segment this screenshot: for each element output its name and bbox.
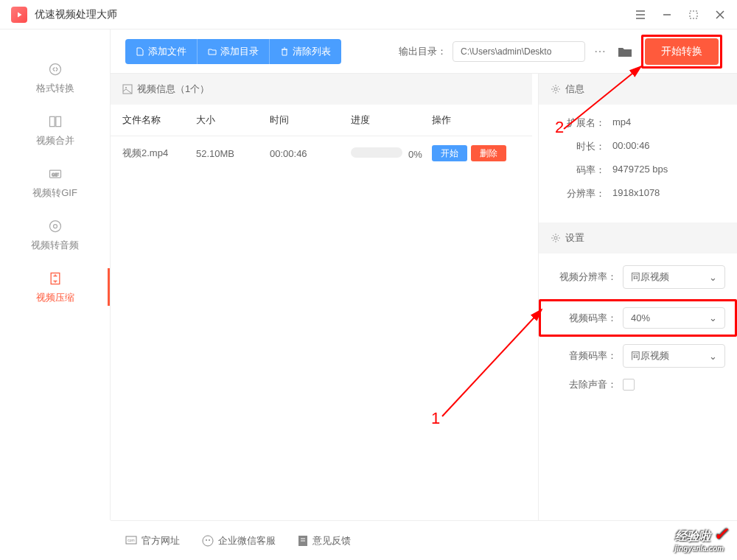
remove-audio-label: 去除声音： (551, 378, 617, 391)
settings-header: 设置 (539, 223, 737, 253)
sidebar-label: 视频转GIF (32, 186, 77, 200)
svg-point-6 (49, 221, 60, 232)
sidebar-label: 视频合并 (36, 134, 74, 147)
compress-icon (46, 270, 64, 287)
output-label: 输出目录： (399, 45, 447, 58)
menu-icon[interactable] (635, 9, 646, 21)
cell-time: 00:00:46 (270, 148, 351, 159)
add-dir-button[interactable]: 添加目录 (197, 39, 269, 64)
sidebar-item-gif[interactable]: GIF 视频转GIF (0, 156, 110, 209)
svg-point-16 (206, 539, 207, 541)
sidebar-item-format[interactable]: 格式转换 (0, 52, 110, 104)
trash-icon (280, 47, 289, 56)
duration-value: 00:00:46 (612, 140, 650, 153)
maximize-icon[interactable] (688, 9, 699, 21)
video-bitrate-select[interactable]: 40%⌄ (623, 307, 725, 329)
table-header: 文件名称 大小 时间 进度 操作 (111, 105, 532, 136)
gear-icon (551, 233, 561, 243)
col-action: 操作 (432, 113, 520, 127)
gif-icon: GIF (46, 165, 64, 183)
official-site-link[interactable]: com 官方网址 (125, 534, 180, 547)
svg-rect-2 (49, 116, 55, 126)
vbitrate-label: 视频码率： (551, 312, 617, 325)
table-area: 视频信息（1个） 文件名称 大小 时间 进度 操作 视频2.mp4 52.10M… (111, 74, 532, 520)
right-panel: 信息 扩展名：mp4 时长：00:00:46 码率：9479725 bps 分辨… (538, 74, 737, 520)
row-start-button[interactable]: 开始 (432, 145, 467, 161)
close-icon[interactable] (714, 9, 726, 21)
sidebar: 格式转换 视频合并 GIF 视频转GIF 视频转音频 视频压缩 (0, 29, 111, 520)
sidebar-item-merge[interactable]: 视频合并 (0, 104, 110, 156)
col-progress: 进度 (351, 113, 432, 127)
chevron-down-icon: ⌄ (709, 312, 717, 323)
col-name: 文件名称 (122, 113, 196, 127)
svg-point-12 (554, 237, 557, 239)
app-logo-icon (11, 7, 27, 23)
svg-rect-0 (690, 11, 697, 18)
check-icon: ✓ (713, 524, 728, 544)
image-icon (122, 84, 133, 94)
svg-point-7 (53, 225, 57, 228)
bitrate-label: 码率： (553, 164, 605, 177)
col-size: 大小 (196, 113, 270, 127)
gear-icon (551, 84, 561, 94)
cell-action: 开始删除 (432, 147, 520, 160)
titlebar: 优速视频处理大师 (0, 0, 737, 29)
table-row: 视频2.mp4 52.10MB 00:00:46 0% 开始删除 (111, 136, 532, 170)
sidebar-label: 视频压缩 (36, 291, 74, 304)
row-delete-button[interactable]: 删除 (471, 145, 506, 161)
svg-point-11 (554, 88, 557, 91)
svg-point-10 (125, 87, 127, 88)
feedback-icon (298, 535, 308, 547)
highlight-start-convert: 开始转换 (641, 35, 722, 69)
merge-icon (46, 113, 64, 130)
abitrate-label: 音频码率： (551, 349, 617, 363)
toolbar: 添加文件 添加目录 清除列表 输出目录： ⋯ 开始转 (111, 29, 737, 74)
svg-rect-3 (55, 116, 60, 126)
folder-open-icon (618, 46, 632, 57)
wechat-support-link[interactable]: 企业微信客服 (202, 534, 276, 547)
watermark: 经验啦 ✓ jingyanla.com (675, 524, 728, 553)
res-label: 视频分辨率： (551, 270, 617, 284)
highlight-bitrate: 视频码率： 40%⌄ (539, 299, 737, 337)
svg-text:com: com (128, 538, 134, 542)
file-icon (136, 47, 144, 56)
app-title: 优速视频处理大师 (35, 8, 117, 21)
svg-point-17 (209, 539, 210, 541)
info-header: 信息 (539, 74, 737, 105)
resolution-select[interactable]: 同原视频⌄ (623, 265, 725, 289)
remove-audio-checkbox[interactable] (623, 379, 635, 391)
sidebar-item-audio[interactable]: 视频转音频 (0, 209, 110, 261)
more-dots-icon[interactable]: ⋯ (591, 44, 609, 58)
ext-value: mp4 (612, 116, 631, 130)
add-file-button[interactable]: 添加文件 (125, 39, 197, 64)
audio-bitrate-select[interactable]: 同原视频⌄ (623, 344, 725, 368)
feedback-link[interactable]: 意见反馈 (298, 534, 351, 547)
ext-label: 扩展名： (553, 116, 605, 130)
svg-text:GIF: GIF (52, 172, 59, 177)
video-info-header: 视频信息（1个） (111, 74, 532, 105)
open-folder-button[interactable] (615, 43, 635, 60)
chevron-down-icon: ⌄ (709, 351, 717, 362)
footer: com 官方网址 企业微信客服 意见反馈 (111, 520, 737, 560)
cell-progress: 0% (351, 147, 432, 160)
bitrate-value: 9479725 bps (612, 164, 668, 177)
clear-list-button[interactable]: 清除列表 (269, 39, 341, 64)
folder-icon (208, 47, 217, 56)
sidebar-label: 视频转音频 (31, 239, 79, 252)
start-convert-button[interactable]: 开始转换 (645, 38, 719, 65)
minimize-icon[interactable] (661, 9, 673, 21)
svg-point-15 (203, 536, 213, 546)
svg-point-1 (49, 64, 60, 75)
sidebar-label: 格式转换 (36, 82, 74, 95)
format-icon (46, 60, 64, 78)
resolution-value: 1918x1078 (612, 187, 660, 200)
audio-icon (46, 217, 64, 235)
output-path-input[interactable] (453, 41, 585, 62)
site-icon: com (125, 536, 137, 546)
cell-size: 52.10MB (196, 148, 270, 159)
col-time: 时间 (270, 113, 351, 127)
cell-name: 视频2.mp4 (122, 147, 196, 160)
sidebar-item-compress[interactable]: 视频压缩 (0, 261, 110, 313)
chevron-down-icon: ⌄ (709, 272, 717, 283)
progress-bar (351, 147, 402, 158)
